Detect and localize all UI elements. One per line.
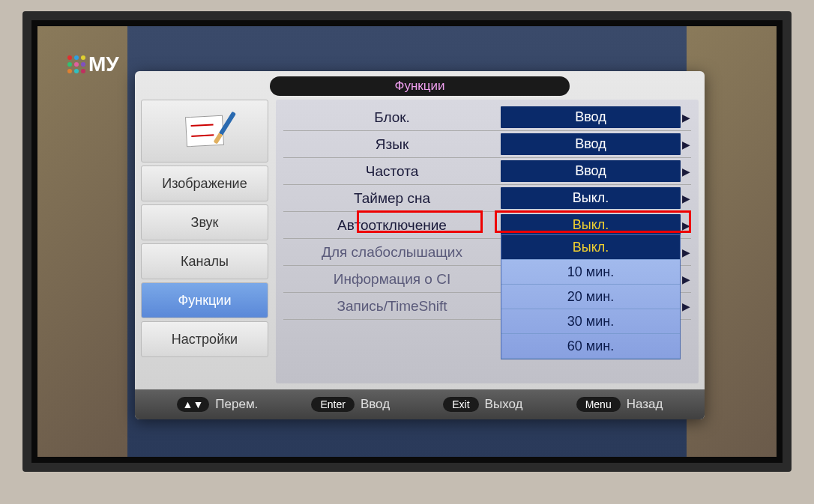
footer-hint-navigate: ▲▼ Перем. xyxy=(177,397,259,412)
chevron-right-icon: ▶ xyxy=(681,166,691,177)
dropdown-option-off[interactable]: Выкл. xyxy=(501,235,680,260)
setting-label: Для слабослышащих xyxy=(283,244,501,261)
setting-label: Запись/TimeShift xyxy=(283,298,501,315)
sidebar-item-picture[interactable]: Изображение xyxy=(141,166,268,201)
chevron-right-icon: ▶ xyxy=(681,112,691,124)
footer-label: Назад xyxy=(627,397,663,412)
enter-badge: Enter xyxy=(311,397,354,412)
sidebar-item-settings[interactable]: Настройки xyxy=(141,321,268,357)
setting-value: Ввод xyxy=(501,160,681,182)
exit-badge: Exit xyxy=(443,397,478,412)
sidebar: Изображение Звук Каналы Функции Настройк… xyxy=(141,100,268,383)
logo-dots-icon xyxy=(67,55,85,73)
sidebar-category-icon-box xyxy=(141,100,268,163)
dropdown-option-30min[interactable]: 30 мин. xyxy=(501,309,680,334)
pencil-icon xyxy=(214,112,237,145)
sidebar-item-label: Функции xyxy=(178,293,232,309)
setting-row-sleep-timer[interactable]: Таймер сна Выкл. ▶ xyxy=(283,185,691,212)
channel-logo-text: МУ xyxy=(88,52,119,76)
auto-off-dropdown[interactable]: Выкл. 10 мин. 20 мин. 30 мин. 60 мин. xyxy=(501,234,681,359)
tv-screen: МУ Функции Изображение Звук Каналы Функц… xyxy=(37,26,777,457)
osd-title: Функции xyxy=(270,76,570,96)
dropdown-option-label: 10 мин. xyxy=(567,264,614,280)
setting-label: Частота xyxy=(283,163,501,180)
dropdown-option-label: 30 мин. xyxy=(567,314,614,330)
setting-label: Таймер сна xyxy=(283,190,501,207)
checklist-icon xyxy=(185,115,224,148)
osd-footer: ▲▼ Перем. Enter Ввод Exit Выход Menu Наз… xyxy=(135,389,705,419)
setting-label: Язык xyxy=(283,136,501,153)
setting-row-frequency[interactable]: Частота Ввод ▶ xyxy=(283,158,691,185)
chevron-right-icon: ▶ xyxy=(681,219,691,231)
dropdown-option-label: 20 мин. xyxy=(567,289,614,305)
footer-hint-exit: Exit Выход xyxy=(443,397,522,412)
sidebar-item-label: Изображение xyxy=(162,176,247,192)
footer-hint-menu: Menu Назад xyxy=(576,397,663,412)
tv-frame: МУ Функции Изображение Звук Каналы Функц… xyxy=(22,11,792,472)
sidebar-item-channels[interactable]: Каналы xyxy=(141,243,268,279)
osd-header: Функции xyxy=(135,71,705,97)
sidebar-item-label: Настройки xyxy=(172,332,238,347)
chevron-right-icon: ▶ xyxy=(681,300,691,312)
setting-row-lock[interactable]: Блок. Ввод ▶ xyxy=(283,104,691,131)
setting-value: Ввод xyxy=(501,106,681,128)
channel-logo: МУ xyxy=(67,52,119,76)
sidebar-item-label: Каналы xyxy=(181,254,229,270)
dropdown-option-60min[interactable]: 60 мин. xyxy=(501,334,680,359)
footer-label: Перем. xyxy=(215,397,258,412)
updown-icon: ▲▼ xyxy=(177,397,210,412)
chevron-right-icon: ▶ xyxy=(681,192,691,204)
setting-row-language[interactable]: Язык Ввод ▶ xyxy=(283,131,691,158)
menu-badge: Menu xyxy=(576,397,621,412)
setting-value: Выкл. xyxy=(501,214,681,236)
osd-panel: Функции Изображение Звук Каналы Функции … xyxy=(135,71,705,419)
setting-label: Автоотключение xyxy=(283,217,501,234)
osd-body: Изображение Звук Каналы Функции Настройк… xyxy=(135,97,705,389)
setting-label: Блок. xyxy=(283,109,501,126)
settings-area: Блок. Ввод ▶ Язык Ввод ▶ Частота Ввод ▶ xyxy=(276,100,699,383)
setting-value: Ввод xyxy=(501,133,681,155)
dropdown-option-label: Выкл. xyxy=(573,240,609,255)
footer-hint-enter: Enter Ввод xyxy=(311,397,390,412)
chevron-right-icon: ▶ xyxy=(681,139,691,151)
chevron-right-icon: ▶ xyxy=(681,273,691,285)
setting-label: Информация о CI xyxy=(283,271,501,288)
setting-value: Выкл. xyxy=(501,187,681,209)
background-left xyxy=(37,26,127,457)
dropdown-option-label: 60 мин. xyxy=(567,338,614,354)
footer-label: Ввод xyxy=(361,397,390,412)
sidebar-item-sound[interactable]: Звук xyxy=(141,204,268,240)
chevron-right-icon: ▶ xyxy=(681,246,691,258)
dropdown-option-10min[interactable]: 10 мин. xyxy=(501,260,680,285)
sidebar-item-functions[interactable]: Функции xyxy=(141,282,268,318)
footer-label: Выход xyxy=(485,397,523,412)
sidebar-item-label: Звук xyxy=(191,215,219,231)
dropdown-option-20min[interactable]: 20 мин. xyxy=(501,285,680,309)
